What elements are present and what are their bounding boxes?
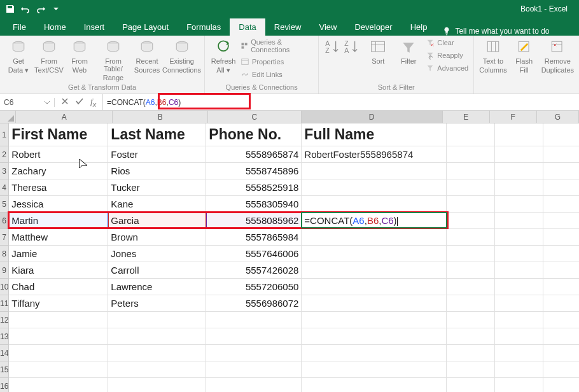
cell-A3[interactable]: Zachary bbox=[9, 163, 108, 179]
get-data-btn-3[interactable]: From Table/Range bbox=[97, 38, 130, 81]
cell-E9[interactable] bbox=[447, 262, 495, 279]
clear-filter-button[interactable]: Clear bbox=[426, 38, 468, 47]
col-header-C[interactable]: C bbox=[208, 111, 301, 123]
cell-E12[interactable] bbox=[447, 312, 495, 328]
cell-E1[interactable] bbox=[447, 123, 495, 146]
cell-C11[interactable]: 5556986072 bbox=[206, 295, 302, 312]
cell-B1[interactable]: Last Name bbox=[108, 123, 206, 146]
cell-C3[interactable]: 5558745896 bbox=[206, 163, 302, 179]
properties-button[interactable]: Properties bbox=[241, 57, 313, 66]
cell-F7[interactable] bbox=[495, 229, 543, 246]
row-header-11[interactable]: 11 bbox=[0, 295, 8, 312]
get-data-btn-4[interactable]: RecentSources bbox=[134, 38, 160, 74]
tell-me-search[interactable]: Tell me what you want to do bbox=[442, 27, 549, 36]
cell-A1[interactable]: First Name bbox=[9, 123, 108, 146]
cell-C6[interactable]: 5558085962 bbox=[206, 213, 302, 229]
cell-C8[interactable]: 5557646006 bbox=[206, 246, 302, 262]
cell-F14[interactable] bbox=[495, 345, 543, 361]
cell-A12[interactable] bbox=[9, 312, 108, 328]
tab-help[interactable]: Help bbox=[401, 18, 436, 36]
row-header-16[interactable]: 16 bbox=[0, 378, 8, 392]
cell-B13[interactable] bbox=[108, 328, 206, 345]
cell-B16[interactable] bbox=[108, 378, 206, 392]
cell-A15[interactable] bbox=[9, 361, 108, 378]
queries-connections-button[interactable]: Queries & Connections bbox=[241, 38, 313, 53]
tab-data[interactable]: Data bbox=[230, 18, 265, 36]
row-header-3[interactable]: 3 bbox=[0, 163, 8, 179]
cell-C5[interactable]: 5558305940 bbox=[206, 196, 302, 213]
cell-D12[interactable] bbox=[302, 312, 447, 328]
cell-B5[interactable]: Kane bbox=[108, 196, 206, 213]
row-header-8[interactable]: 8 bbox=[0, 246, 8, 262]
cell-F5[interactable] bbox=[495, 196, 543, 213]
row-header-4[interactable]: 4 bbox=[0, 179, 8, 196]
get-data-btn-5[interactable]: ExistingConnections bbox=[164, 38, 199, 74]
cell-G13[interactable] bbox=[543, 328, 579, 345]
cell-C10[interactable]: 5557206050 bbox=[206, 279, 302, 295]
tab-formulas[interactable]: Formulas bbox=[178, 18, 230, 36]
edit-links-button[interactable]: Edit Links bbox=[241, 70, 313, 79]
row-header-14[interactable]: 14 bbox=[0, 345, 8, 361]
cell-E13[interactable] bbox=[447, 328, 495, 345]
cell-G1[interactable] bbox=[543, 123, 579, 146]
row-header-13[interactable]: 13 bbox=[0, 328, 8, 345]
cell-F4[interactable] bbox=[495, 179, 543, 196]
cell-C16[interactable] bbox=[206, 378, 302, 392]
cell-B10[interactable]: Lawrence bbox=[108, 279, 206, 295]
row-header-9[interactable]: 9 bbox=[0, 262, 8, 279]
cell-G5[interactable] bbox=[543, 196, 579, 213]
reapply-button[interactable]: Reapply bbox=[426, 51, 468, 60]
cell-E8[interactable] bbox=[447, 246, 495, 262]
cell-F15[interactable] bbox=[495, 361, 543, 378]
cell-D6[interactable]: =CONCAT(A6,B6,C6) bbox=[302, 213, 447, 229]
cell-A4[interactable]: Theresa bbox=[9, 179, 108, 196]
cell-D14[interactable] bbox=[302, 345, 447, 361]
tab-review[interactable]: Review bbox=[265, 18, 310, 36]
cell-D3[interactable] bbox=[302, 163, 447, 179]
cell-F13[interactable] bbox=[495, 328, 543, 345]
row-header-12[interactable]: 12 bbox=[0, 312, 8, 328]
cell-C7[interactable]: 5557865984 bbox=[206, 229, 302, 246]
row-header-10[interactable]: 10 bbox=[0, 279, 8, 295]
cell-D11[interactable] bbox=[302, 295, 447, 312]
qat-dropdown-icon[interactable] bbox=[51, 4, 61, 14]
cell-B2[interactable]: Foster bbox=[108, 146, 206, 163]
get-data-btn-0[interactable]: GetData ▾ bbox=[5, 38, 32, 74]
cell-G9[interactable] bbox=[543, 262, 579, 279]
cell-C14[interactable] bbox=[206, 345, 302, 361]
cell-A9[interactable]: Kiara bbox=[9, 262, 108, 279]
cell-B7[interactable]: Brown bbox=[108, 229, 206, 246]
cell-A7[interactable]: Matthew bbox=[9, 229, 108, 246]
cell-D13[interactable] bbox=[302, 328, 447, 345]
select-all-corner[interactable] bbox=[0, 111, 16, 123]
tab-developer[interactable]: Developer bbox=[345, 18, 401, 36]
cell-E14[interactable] bbox=[447, 345, 495, 361]
cell-F3[interactable] bbox=[495, 163, 543, 179]
sort-asc-button[interactable]: AZ bbox=[324, 38, 342, 56]
cell-E10[interactable] bbox=[447, 279, 495, 295]
cell-E6[interactable] bbox=[447, 213, 495, 229]
cell-G14[interactable] bbox=[543, 345, 579, 361]
name-box[interactable]: C6 bbox=[0, 98, 55, 107]
cell-B12[interactable] bbox=[108, 312, 206, 328]
cell-G11[interactable] bbox=[543, 295, 579, 312]
cell-F2[interactable] bbox=[495, 146, 543, 163]
cell-C12[interactable] bbox=[206, 312, 302, 328]
cell-D9[interactable] bbox=[302, 262, 447, 279]
cell-E4[interactable] bbox=[447, 179, 495, 196]
tab-home[interactable]: Home bbox=[35, 18, 75, 36]
data-tool-btn-1[interactable]: FlashFill bbox=[511, 38, 538, 74]
row-header-2[interactable]: 2 bbox=[0, 146, 8, 163]
cell-G3[interactable] bbox=[543, 163, 579, 179]
col-header-B[interactable]: B bbox=[113, 111, 208, 123]
cell-B9[interactable]: Carroll bbox=[108, 262, 206, 279]
cell-F11[interactable] bbox=[495, 295, 543, 312]
cell-G7[interactable] bbox=[543, 229, 579, 246]
cell-E15[interactable] bbox=[447, 361, 495, 378]
cell-A10[interactable]: Chad bbox=[9, 279, 108, 295]
filter-button[interactable]: Filter bbox=[395, 38, 422, 65]
cell-D1[interactable]: Full Name bbox=[302, 123, 447, 146]
enter-formula-button[interactable] bbox=[75, 97, 84, 107]
cell-A6[interactable]: Martin bbox=[9, 213, 108, 229]
cell-F8[interactable] bbox=[495, 246, 543, 262]
